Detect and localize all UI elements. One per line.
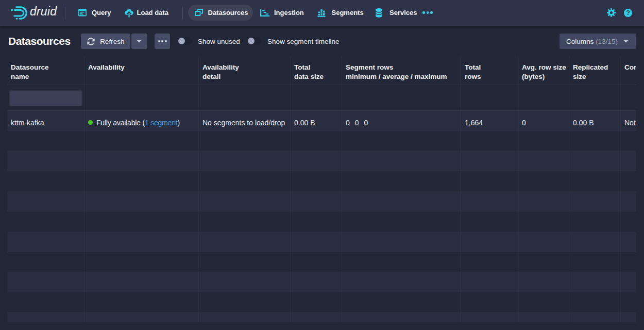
svg-text:?: ? — [626, 9, 630, 16]
